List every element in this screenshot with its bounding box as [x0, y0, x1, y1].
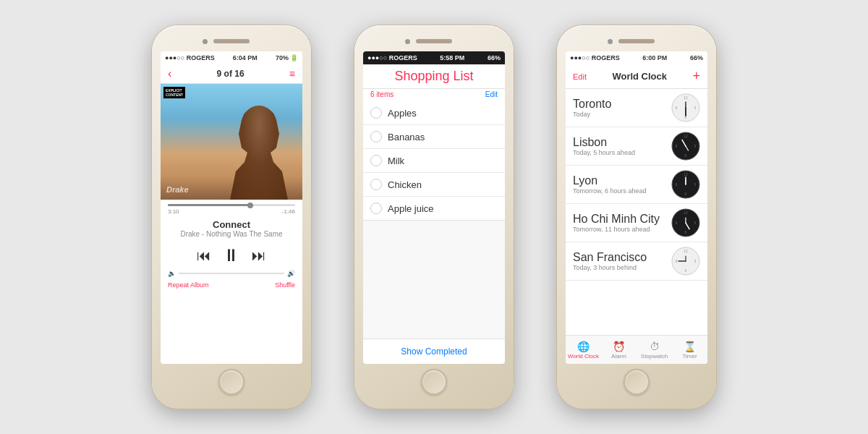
clock-list: Toronto Today 12 6 9 3	[566, 89, 707, 335]
forward-button[interactable]: ⏭	[252, 247, 266, 264]
svg-text:6: 6	[685, 192, 687, 196]
play-pause-button[interactable]: ⏸	[223, 245, 240, 265]
edit-clock-button[interactable]: Edit	[573, 72, 587, 81]
track-position: 9 of 16	[217, 69, 244, 79]
item-text-4: Apple juice	[388, 203, 434, 214]
advisory-badge: EXPLICITCONTENT	[163, 87, 185, 98]
world-clock-label: World Clock	[568, 353, 599, 359]
list-icon[interactable]: ≡	[289, 68, 295, 80]
analog-clock-0: 12 6 9 3	[671, 93, 700, 122]
clock-item-hcm: Ho Chi Minh City Tomorrow, 11 hours ahea…	[566, 204, 707, 242]
shopping-list: Apples Bananas Milk Chicken Apple juice	[363, 101, 505, 220]
phone-clock: ●●●○○ ROGERS 6:00 PM 66% Edit World Cloc…	[557, 25, 716, 409]
track-title: Connect	[168, 219, 295, 230]
city-info-0: Today	[573, 111, 671, 118]
shopping-screen: ●●●○○ ROGERS 5:58 PM 66% Shopping List 6…	[363, 51, 505, 364]
remaining-time: -1:46	[282, 208, 295, 215]
progress-section: 3:10 -1:46	[161, 200, 302, 216]
alarm-label: Alarm	[611, 353, 626, 359]
svg-text:12: 12	[684, 210, 688, 215]
list-item: Apples	[363, 101, 505, 125]
item-checkbox-3[interactable]	[370, 179, 382, 190]
show-completed-button[interactable]: Show Completed	[363, 339, 505, 364]
list-item: Chicken	[363, 173, 505, 197]
clock-screen: ●●●○○ ROGERS 6:00 PM 66% Edit World Cloc…	[566, 51, 707, 364]
home-button-2[interactable]	[421, 369, 447, 395]
front-camera-1	[203, 39, 208, 44]
battery-2: 66%	[488, 54, 501, 61]
tab-timer[interactable]: ⌛ Timer	[672, 336, 707, 364]
item-text-3: Chicken	[388, 179, 422, 190]
status-bar-3: ●●●○○ ROGERS 6:00 PM 66%	[566, 51, 707, 64]
world-clock-icon: 🌐	[577, 341, 590, 352]
track-artist: Drake - Nothing Was The Same	[168, 230, 295, 238]
rewind-button[interactable]: ⏮	[197, 247, 211, 264]
tab-world-clock[interactable]: 🌐 World Clock	[566, 336, 601, 364]
clock-item-sf: San Francisco Today, 3 hours behind 12 6…	[566, 242, 707, 281]
phone-top-bar-3	[566, 34, 707, 48]
carrier-1: ●●●○○ ROGERS	[165, 54, 215, 61]
speaker-1	[213, 39, 250, 43]
item-text-0: Apples	[388, 108, 417, 119]
item-checkbox-0[interactable]	[370, 107, 382, 119]
carrier-3: ●●●○○ ROGERS	[570, 54, 620, 61]
back-button[interactable]: ‹	[168, 67, 171, 80]
phone-shopping: ●●●○○ ROGERS 5:58 PM 66% Shopping List 6…	[354, 25, 514, 409]
clock-item-toronto: Toronto Today 12 6 9 3	[566, 89, 707, 127]
bottom-bar-3	[566, 364, 707, 400]
city-info-1: Today, 5 hours ahead	[573, 149, 671, 156]
svg-text:3: 3	[694, 259, 697, 263]
volume-track[interactable]	[179, 273, 284, 274]
shuffle-button[interactable]: Shuffle	[275, 281, 295, 289]
item-count: 6 items	[370, 90, 393, 98]
home-button-3[interactable]	[624, 369, 650, 395]
timer-label: Timer	[682, 353, 697, 359]
timer-icon: ⌛	[684, 341, 696, 352]
svg-text:12: 12	[684, 249, 688, 253]
list-item: Bananas	[363, 125, 505, 149]
edit-list-button[interactable]: Edit	[485, 90, 498, 98]
status-bar-1: ●●●○○ ROGERS 6:04 PM 70% 🔋	[161, 51, 302, 64]
svg-text:3: 3	[694, 144, 697, 148]
tab-stopwatch[interactable]: ⏱ Stopwatch	[637, 336, 672, 364]
music-nav: ‹ 9 of 16 ≡	[161, 64, 302, 84]
item-text-2: Milk	[388, 156, 404, 166]
tab-bar: 🌐 World Clock ⏰ Alarm ⏱ Stopwatch ⌛ Time…	[566, 335, 707, 364]
track-info: Connect Drake - Nothing Was The Same	[161, 216, 302, 241]
repeat-button[interactable]: Repeat Album	[168, 281, 209, 289]
clock-nav: Edit World Clock +	[566, 64, 707, 89]
bottom-bar-1	[161, 364, 302, 400]
battery-icon-1: 🔋	[290, 54, 298, 61]
analog-clock-1: 12 6 9 3	[671, 132, 700, 161]
shopping-meta: 6 items Edit	[363, 89, 505, 101]
city-name-0: Toronto	[573, 98, 671, 111]
clock-item-lyon: Lyon Tomorrow, 6 hours ahead 12 6 9 3	[566, 166, 707, 204]
stopwatch-label: Stopwatch	[641, 353, 668, 359]
svg-text:9: 9	[676, 106, 678, 110]
speaker-3	[618, 39, 655, 43]
add-clock-button[interactable]: +	[692, 69, 700, 84]
elapsed-time: 3:10	[168, 208, 179, 215]
progress-bar[interactable]	[168, 204, 295, 206]
volume-high-icon: 🔊	[287, 270, 295, 277]
item-checkbox-4[interactable]	[370, 203, 382, 214]
city-info-4: Today, 3 hours behind	[573, 264, 671, 271]
phone-top-bar-2	[363, 34, 505, 48]
battery-1: 70%	[276, 54, 289, 61]
item-checkbox-2[interactable]	[370, 155, 382, 166]
svg-text:9: 9	[676, 221, 678, 225]
svg-text:6: 6	[685, 153, 687, 158]
city-name-1: Lisbon	[573, 136, 671, 149]
city-name-4: San Francisco	[573, 251, 671, 264]
city-name-3: Ho Chi Minh City	[573, 213, 671, 226]
home-button-1[interactable]	[218, 369, 244, 395]
status-bar-2: ●●●○○ ROGERS 5:58 PM 66%	[363, 51, 505, 64]
svg-text:3: 3	[694, 221, 697, 225]
tab-alarm[interactable]: ⏰ Alarm	[601, 336, 637, 364]
analog-clock-2: 12 6 9 3	[671, 170, 700, 199]
svg-text:6: 6	[685, 268, 687, 273]
phone-music: ●●●○○ ROGERS 6:04 PM 70% 🔋 ‹ 9 of 16 ≡ E…	[152, 25, 311, 409]
list-item: Apple juice	[363, 197, 505, 220]
bottom-bar-2	[363, 364, 505, 400]
item-checkbox-1[interactable]	[370, 131, 382, 142]
